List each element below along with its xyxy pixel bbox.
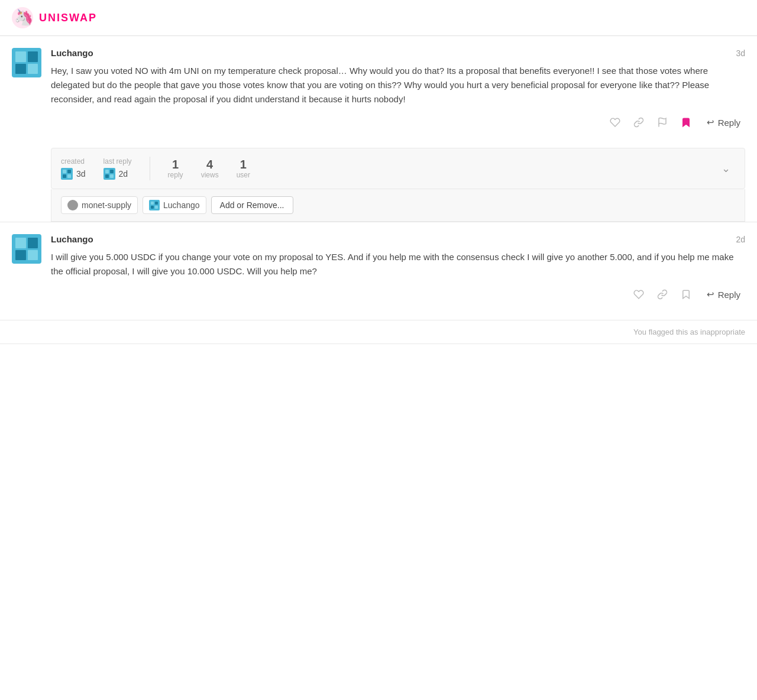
heart-icon <box>610 117 620 128</box>
post-2-timestamp: 2d <box>736 235 745 244</box>
meta-users: 1 user <box>237 158 250 179</box>
post-1-wrapper: Luchango 3d Hey, I saw you voted NO with… <box>0 36 757 222</box>
svg-text:🦄: 🦄 <box>14 8 33 27</box>
last-reply-value-row: 2d <box>103 168 132 180</box>
participants-bar: monet-supply Luchango Add or Remove... <box>51 189 745 222</box>
post-2-link-button[interactable] <box>655 287 670 302</box>
post-2-reply-button[interactable]: ↩ Reply <box>702 287 745 302</box>
add-remove-button[interactable]: Add or Remove... <box>211 196 293 214</box>
uniswap-logo-icon: 🦄 <box>12 7 33 28</box>
reply-label: Reply <box>718 118 740 128</box>
post-2-content: Luchango 2d I will give you 5.000 USDC i… <box>51 234 745 310</box>
post-1: Luchango 3d Hey, I saw you voted NO with… <box>12 48 745 148</box>
link-icon <box>633 117 644 128</box>
post-1-like-button[interactable] <box>607 115 623 130</box>
expand-button[interactable]: ⌄ <box>717 160 735 177</box>
logo-area: 🦄 UNISWAP <box>12 7 97 28</box>
post-2-body: I will give you 5.000 USDC if you change… <box>51 250 745 278</box>
post-1-avatar <box>12 48 41 77</box>
post-1-meta-bar: created 3d last reply <box>51 148 745 189</box>
post-2: Luchango 2d I will give you 5.000 USDC i… <box>12 234 745 320</box>
reply-label-2: Reply <box>718 290 740 300</box>
last-reply-value: 2d <box>119 169 128 179</box>
link-icon-2 <box>657 289 668 300</box>
created-label: created <box>61 157 86 166</box>
meta-divider <box>150 157 150 180</box>
created-value-row: 3d <box>61 168 86 180</box>
post-1-actions: ↩ Reply <box>51 106 745 138</box>
post-2-bookmark-button[interactable] <box>678 287 694 302</box>
luchango-avatar <box>149 200 160 210</box>
reply-count: 1 <box>168 158 183 170</box>
reply-arrow-icon-2: ↩ <box>707 289 714 300</box>
post-2-avatar <box>12 234 41 264</box>
bookmark-icon-2 <box>681 289 691 300</box>
post-2-wrapper: Luchango 2d I will give you 5.000 USDC i… <box>0 222 757 320</box>
meta-views: 4 views <box>201 158 219 179</box>
meta-last-reply: last reply 2d <box>103 157 132 180</box>
flagged-notice-text: You flagged this as inappropriate <box>633 328 745 336</box>
created-avatar <box>61 168 73 180</box>
users-label: user <box>237 171 250 179</box>
post-2-actions: ↩ Reply <box>51 278 745 310</box>
reply-label: reply <box>168 171 183 179</box>
logo-text: UNISWAP <box>39 12 97 24</box>
post-1-timestamp: 3d <box>736 48 745 58</box>
monet-supply-avatar <box>67 200 78 210</box>
post-1-header: Luchango 3d <box>51 48 745 58</box>
participant-monet-supply[interactable]: monet-supply <box>61 196 138 214</box>
luchango-name: Luchango <box>163 200 200 210</box>
post-1-username[interactable]: Luchango <box>51 48 93 58</box>
post-1-flag-button[interactable] <box>655 115 670 130</box>
post-1-body: Hey, I saw you voted NO with 4m UNI on m… <box>51 64 745 106</box>
meta-replies: 1 reply <box>168 158 183 179</box>
header: 🦄 UNISWAP <box>0 0 757 36</box>
views-count: 4 <box>201 158 219 170</box>
flagged-notice: You flagged this as inappropriate <box>0 320 757 344</box>
last-reply-avatar <box>103 168 115 180</box>
participant-luchango[interactable]: Luchango <box>143 196 206 214</box>
post-1-content: Luchango 3d Hey, I saw you voted NO with… <box>51 48 745 138</box>
post-2-like-button[interactable] <box>631 287 646 302</box>
users-count: 1 <box>237 158 250 170</box>
meta-created: created 3d <box>61 157 86 180</box>
flag-icon <box>657 117 668 128</box>
reply-arrow-icon: ↩ <box>707 117 714 128</box>
created-value: 3d <box>76 169 86 179</box>
post-2-username[interactable]: Luchango <box>51 234 93 244</box>
post-1-link-button[interactable] <box>631 115 646 130</box>
post-1-reply-button[interactable]: ↩ Reply <box>702 115 745 130</box>
last-reply-label: last reply <box>103 157 132 166</box>
post-1-bookmark-button[interactable] <box>678 115 694 130</box>
views-label: views <box>201 171 219 179</box>
bookmark-icon <box>681 117 691 128</box>
post-2-header: Luchango 2d <box>51 234 745 244</box>
heart-icon-2 <box>633 289 644 300</box>
monet-supply-name: monet-supply <box>82 200 131 210</box>
